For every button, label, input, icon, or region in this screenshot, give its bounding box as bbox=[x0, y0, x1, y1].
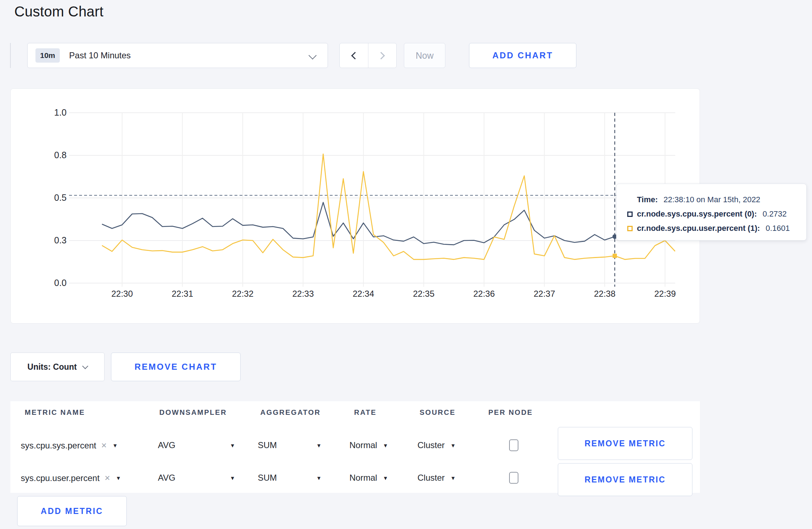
time-nav-group bbox=[339, 43, 397, 68]
caret-down-icon: ▼ bbox=[383, 442, 388, 448]
chevron-down-icon bbox=[309, 52, 317, 60]
aggregator-select[interactable]: SUM ▼ bbox=[258, 473, 322, 483]
rate-select[interactable]: Normal ▼ bbox=[349, 440, 388, 450]
time-window-badge: 10m bbox=[35, 48, 60, 63]
aggregator-select[interactable]: SUM ▼ bbox=[258, 440, 322, 450]
time-window-label: Past 10 Minutes bbox=[69, 50, 131, 60]
now-button[interactable]: Now bbox=[404, 43, 445, 68]
rate-select[interactable]: Normal ▼ bbox=[349, 473, 388, 483]
chevron-left-icon bbox=[351, 52, 359, 59]
svg-text:22:35: 22:35 bbox=[413, 289, 434, 299]
metric-name-select[interactable]: sys.cpu.user.percent × ▼ bbox=[21, 472, 121, 484]
chevron-right-icon bbox=[377, 52, 385, 59]
svg-text:0.8: 0.8 bbox=[54, 150, 67, 160]
svg-text:22:39: 22:39 bbox=[654, 289, 676, 299]
tooltip-time-label: Time: bbox=[637, 195, 658, 204]
svg-text:22:37: 22:37 bbox=[533, 289, 555, 299]
tooltip-series-value: 0.2732 bbox=[763, 209, 787, 219]
chart-canvas[interactable]: 0.00.30.50.81.022:3022:3122:3222:3322:34… bbox=[11, 89, 700, 323]
per-node-checkbox[interactable] bbox=[509, 472, 518, 484]
downsampler-select[interactable]: AVG ▼ bbox=[158, 440, 235, 450]
tooltip-time-value: 22:38:10 on Mar 15th, 2022 bbox=[663, 195, 760, 204]
source-select[interactable]: Cluster ▼ bbox=[417, 440, 456, 450]
series-swatch-icon bbox=[627, 212, 633, 217]
time-window-select[interactable]: 10m Past 10 Minutes bbox=[27, 43, 328, 68]
caret-down-icon: ▼ bbox=[450, 442, 456, 448]
svg-text:22:33: 22:33 bbox=[292, 289, 314, 299]
per-node-checkbox[interactable] bbox=[509, 440, 518, 451]
downsampler-select[interactable]: AVG ▼ bbox=[158, 473, 235, 483]
svg-text:0.0: 0.0 bbox=[54, 278, 67, 288]
chart-tooltip: Time: 22:38:10 on Mar 15th, 2022 cr.node… bbox=[616, 184, 807, 241]
svg-text:0.5: 0.5 bbox=[54, 193, 67, 203]
tooltip-series-value: 0.1601 bbox=[766, 224, 790, 233]
column-header-downsampler: DOWNSAMPLER bbox=[159, 408, 227, 417]
caret-down-icon: ▼ bbox=[383, 475, 388, 481]
units-label: Units: Count bbox=[28, 362, 77, 372]
metric-name-select[interactable]: sys.cpu.sys.percent × ▼ bbox=[21, 440, 118, 451]
caret-down-icon: ▼ bbox=[230, 475, 235, 481]
time-forward-button[interactable] bbox=[368, 43, 397, 68]
caret-down-icon: ▼ bbox=[112, 442, 118, 448]
svg-text:1.0: 1.0 bbox=[54, 107, 67, 117]
source-select[interactable]: Cluster ▼ bbox=[417, 473, 456, 483]
column-header-rate: RATE bbox=[354, 408, 377, 417]
svg-text:22:38: 22:38 bbox=[594, 289, 615, 299]
remove-chart-button[interactable]: REMOVE CHART bbox=[111, 353, 241, 381]
custom-chart-page: Custom Chart 10m Past 10 Minutes Now ADD… bbox=[0, 0, 812, 529]
caret-down-icon: ▼ bbox=[316, 475, 322, 481]
svg-text:22:31: 22:31 bbox=[171, 289, 193, 299]
column-header-per-node: PER NODE bbox=[488, 408, 533, 417]
page-title: Custom Chart bbox=[14, 4, 103, 20]
time-back-button[interactable] bbox=[340, 43, 368, 68]
chart-card: 0.00.30.50.81.022:3022:3122:3222:3322:34… bbox=[10, 88, 700, 324]
add-metric-button[interactable]: ADD METRIC bbox=[17, 496, 127, 526]
caret-down-icon: ▼ bbox=[230, 442, 235, 448]
remove-metric-button[interactable]: REMOVE METRIC bbox=[558, 463, 692, 496]
column-header-source: SOURCE bbox=[420, 408, 456, 417]
column-header-metric-name: METRIC NAME bbox=[25, 408, 85, 417]
caret-down-icon: ▼ bbox=[316, 442, 322, 448]
add-chart-button[interactable]: ADD CHART bbox=[469, 43, 576, 68]
metrics-table: METRIC NAME DOWNSAMPLER AGGREGATOR RATE … bbox=[10, 401, 700, 493]
clear-metric-icon[interactable]: × bbox=[101, 440, 107, 451]
tooltip-series-label: cr.node.sys.cpu.sys.percent (0): bbox=[637, 209, 757, 219]
svg-text:22:30: 22:30 bbox=[111, 289, 133, 299]
chevron-down-icon bbox=[82, 363, 88, 369]
remove-metric-button[interactable]: REMOVE METRIC bbox=[558, 427, 692, 460]
series-swatch-icon bbox=[627, 226, 633, 231]
caret-down-icon: ▼ bbox=[450, 475, 456, 481]
svg-text:0.3: 0.3 bbox=[54, 235, 67, 245]
svg-text:22:36: 22:36 bbox=[473, 289, 495, 299]
svg-text:22:34: 22:34 bbox=[353, 289, 374, 299]
toolbar-divider bbox=[10, 43, 11, 68]
svg-text:22:32: 22:32 bbox=[232, 289, 253, 299]
caret-down-icon: ▼ bbox=[116, 475, 121, 481]
units-select[interactable]: Units: Count bbox=[10, 353, 105, 381]
column-header-aggregator: AGGREGATOR bbox=[260, 408, 321, 417]
clear-metric-icon[interactable]: × bbox=[105, 472, 110, 484]
tooltip-series-label: cr.node.sys.cpu.user.percent (1): bbox=[637, 224, 760, 233]
